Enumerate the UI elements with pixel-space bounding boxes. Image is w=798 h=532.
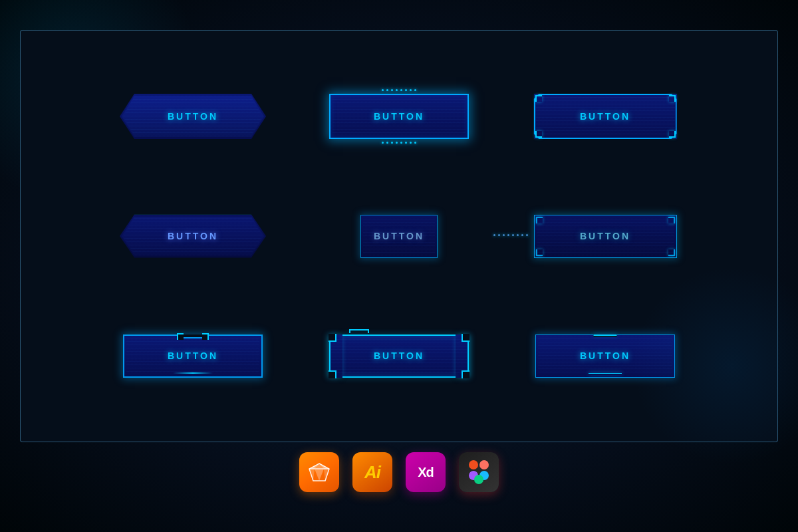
dot xyxy=(493,234,495,236)
xd-label: Xd xyxy=(418,465,434,480)
svg-rect-8 xyxy=(479,460,489,469)
btn-8-tab xyxy=(349,329,369,333)
dot xyxy=(414,142,416,144)
dot xyxy=(498,234,500,236)
dot xyxy=(391,89,393,91)
dot xyxy=(400,142,402,144)
corner-br-6 xyxy=(668,249,675,256)
dot xyxy=(512,234,514,236)
btn-8-notch-tl xyxy=(329,334,336,342)
btn-9-tab xyxy=(594,334,617,337)
dot xyxy=(391,142,393,144)
dot xyxy=(517,234,519,236)
corner-br xyxy=(669,131,676,138)
button-9[interactable]: BUTTON xyxy=(535,334,675,378)
button-3[interactable]: BUTTON xyxy=(534,94,677,139)
dot xyxy=(405,89,407,91)
btn-5-dots-bottom xyxy=(493,234,528,236)
button-4[interactable]: BUTTON xyxy=(120,215,266,258)
dot xyxy=(410,89,412,91)
main-panel: BUTTON BUTTON xyxy=(20,30,778,442)
btn-4-wrap: BUTTON xyxy=(120,212,266,260)
figma-icon[interactable] xyxy=(459,452,499,492)
button-5[interactable]: BUTTON xyxy=(360,215,438,258)
dot xyxy=(382,142,384,144)
btn-7-wrap: BUTTON xyxy=(120,329,266,382)
btn-9-bottom xyxy=(589,373,622,375)
dot xyxy=(386,89,388,91)
btn-3-wrap: BUTTON xyxy=(532,92,678,142)
dot xyxy=(400,89,402,91)
btn-5-wrap: BUTTON xyxy=(326,206,472,266)
dot xyxy=(526,234,528,236)
bottom-toolbar: Ai Xd xyxy=(0,412,798,532)
btn-9-wrap: BUTTON xyxy=(532,328,678,384)
btn-1-wrap: BUTTON xyxy=(120,92,266,140)
btn-7-bottom xyxy=(173,372,213,374)
btn-5-label: BUTTON xyxy=(374,231,424,241)
btn-4-label: BUTTON xyxy=(168,231,218,241)
corner-bl xyxy=(535,131,542,138)
dot xyxy=(396,89,398,91)
btn-2-dots-top xyxy=(382,89,416,91)
btn-8-notch-br xyxy=(462,370,469,378)
btn-8-top-border xyxy=(342,334,456,336)
dot xyxy=(405,142,407,144)
dot xyxy=(507,234,509,236)
dot xyxy=(382,89,384,91)
svg-rect-7 xyxy=(469,460,478,469)
svg-rect-11 xyxy=(474,475,483,484)
ai-label: Ai xyxy=(364,462,380,483)
btn-6-wrap: BUTTON xyxy=(532,211,678,261)
svg-marker-3 xyxy=(324,469,329,481)
btn-2-label: BUTTON xyxy=(374,111,424,122)
btn-3-label: BUTTON xyxy=(580,111,630,122)
corner-tl-6 xyxy=(536,217,543,223)
svg-marker-2 xyxy=(309,469,315,481)
btn-2-wrap: BUTTON xyxy=(326,86,472,146)
button-2[interactable]: BUTTON xyxy=(329,94,469,139)
sketch-icon[interactable] xyxy=(299,452,339,492)
illustrator-icon[interactable]: Ai xyxy=(352,452,392,492)
corner-bl-6 xyxy=(536,249,543,256)
sketch-logo xyxy=(308,462,331,482)
dot xyxy=(410,142,412,144)
figma-logo xyxy=(469,460,489,484)
button-1[interactable]: BUTTON xyxy=(120,94,266,139)
corner-tl xyxy=(535,95,542,102)
corner-tr xyxy=(669,95,676,102)
dot xyxy=(396,142,398,144)
buttons-grid: BUTTON BUTTON xyxy=(120,76,678,396)
button-8[interactable]: BUTTON xyxy=(329,334,469,378)
btn-6-label: BUTTON xyxy=(580,231,630,241)
btn-7-label: BUTTON xyxy=(168,350,218,361)
btn-8-notch-tr xyxy=(462,334,469,342)
btn-8-notch-bl xyxy=(329,370,336,378)
btn-1-label: BUTTON xyxy=(168,111,218,122)
btn-2-dots-bottom xyxy=(382,142,416,144)
button-6[interactable]: BUTTON xyxy=(534,215,677,258)
btn-7-notch xyxy=(180,334,206,338)
dot xyxy=(414,89,416,91)
button-7[interactable]: BUTTON xyxy=(123,334,263,378)
dot xyxy=(521,234,523,236)
btn-9-label: BUTTON xyxy=(580,350,630,361)
btn-8-wrap: BUTTON xyxy=(326,328,472,384)
corner-tr-6 xyxy=(668,217,675,223)
btn-8-bottom-border xyxy=(342,376,456,378)
dot xyxy=(503,234,505,236)
dot xyxy=(386,142,388,144)
btn-8-label: BUTTON xyxy=(374,350,424,361)
xd-icon[interactable]: Xd xyxy=(406,452,446,492)
